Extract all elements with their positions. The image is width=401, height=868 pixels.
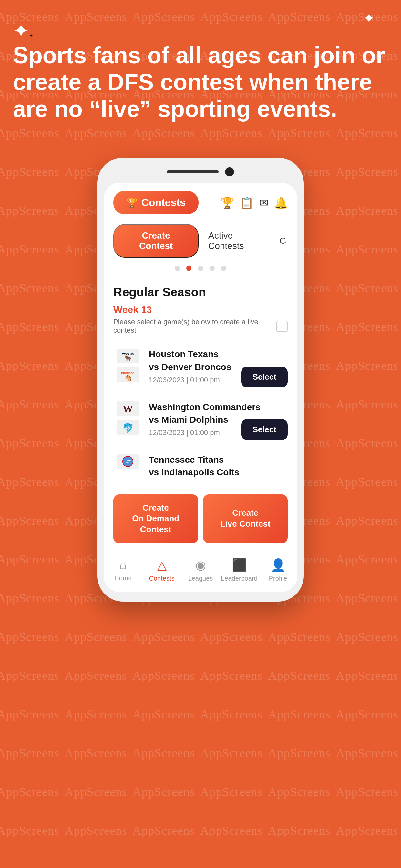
season-title: Regular Season [113,285,288,299]
dot-indicators [104,259,297,279]
demand-line2: On Demand Contest [132,514,179,534]
phone-screen: 🏆 Contests 🏆 📋 ✉ 🔔 Create Contest Active… [104,183,297,592]
dot-2[interactable] [186,266,191,271]
sparkle-icon: ✦ [13,20,33,42]
svg-text:TN: TN [126,462,129,464]
trophy-icon[interactable]: 🏆 [220,196,234,209]
app-header: 🏆 Contests 🏆 📋 ✉ 🔔 [104,183,297,219]
demand-line1: Create [143,503,169,513]
team-logos-2: W 🐬 [113,401,143,436]
bell-icon[interactable]: 🔔 [274,196,288,209]
svg-text:🐬: 🐬 [122,423,134,433]
commanders-logo: W [117,401,139,417]
more-tab[interactable]: C [278,230,288,252]
team-logos-1: TEXANS 🐂 BRONCOS 🐴 [113,348,143,383]
camera-dot [225,167,234,176]
game-card-1: TEXANS 🐂 BRONCOS 🐴 [113,341,288,394]
header-icons: 🏆 📋 ✉ 🔔 [220,196,288,209]
game-matchup-3: Tennessee Titans vs Indianapolis Colts [149,454,288,478]
dot-4[interactable] [210,266,215,271]
svg-text:BRONCOS: BRONCOS [121,372,135,375]
create-on-demand-button[interactable]: Create On Demand Contest [113,494,198,543]
live-line2: Live Contest [220,519,271,529]
dot-3[interactable] [198,266,203,271]
nav-profile[interactable]: 👤 Profile [258,555,297,585]
svg-text:🐴: 🐴 [124,374,132,381]
leaderboard-label: Leaderboard [221,575,257,582]
select-game-2-button[interactable]: Select [241,419,288,440]
phone-notch [104,167,297,176]
nav-contests[interactable]: △ Contests [143,555,181,585]
create-contest-tab[interactable]: Create Contest [113,224,198,258]
contests-header-button[interactable]: 🏆 Contests [113,191,198,214]
leaderboard-icon: ⬛ [232,558,247,572]
home-icon: ⌂ [120,558,127,572]
select-all-checkbox[interactable] [276,321,288,332]
contests-label: Contests [142,197,186,209]
week-label: Week 13 [113,304,288,315]
game-row-3: TITANS TN Tennessee Titans vs Indianapol… [113,454,288,481]
week-instruction: Please select a game(s) below to create … [113,318,288,335]
sparkle-icon-2: ✦ [363,10,375,27]
svg-text:W: W [123,403,133,414]
mail-icon[interactable]: ✉ [259,196,268,209]
game-card-3: TITANS TN Tennessee Titans vs Indianapol… [113,446,288,488]
svg-text:🐂: 🐂 [124,354,132,362]
profile-label: Profile [269,575,287,582]
hero-section: ✦ ✦ Sports fans of all ages can join or … [0,0,401,151]
profile-icon: 👤 [271,558,286,572]
game-row-1: TEXANS 🐂 BRONCOS 🐴 [113,348,288,387]
contests-nav-icon: △ [157,558,166,572]
nav-leaderboard[interactable]: ⬛ Leaderboard [220,555,258,585]
game-card-2: W 🐬 Washi [113,394,288,446]
contests-nav-label: Contests [149,575,175,582]
live-line1: Create [232,508,258,518]
phone-container: 🏆 Contests 🏆 📋 ✉ 🔔 Create Contest Active… [0,158,401,601]
contests-icon: 🏆 [126,197,137,208]
titans-logo: TITANS TN [117,454,139,469]
clipboard-icon[interactable]: 📋 [240,196,253,209]
instruction-text: Please select a game(s) below to create … [113,318,276,335]
active-contests-tab[interactable]: Active Contests [205,225,272,257]
create-live-contest-button[interactable]: Create Live Contest [203,494,288,543]
hero-title: Sports fans of all ages can join or crea… [13,42,388,122]
dolphins-logo: 🐬 [117,420,139,436]
leagues-icon: ◉ [195,558,206,572]
nav-leagues[interactable]: ◉ Leagues [181,555,220,585]
svg-point-11 [123,456,133,467]
team-logos-3: TITANS TN [113,454,143,469]
texans-logo: TEXANS 🐂 [117,348,139,364]
bottom-actions: Create On Demand Contest Create Live Con… [104,488,297,550]
notch-bar [167,170,219,173]
select-game-1-button[interactable]: Select [241,367,288,388]
game-info-3: Tennessee Titans vs Indianapolis Colts [149,454,288,481]
svg-text:TITANS: TITANS [124,459,131,461]
leagues-label: Leagues [188,575,213,582]
broncos-logo: BRONCOS 🐴 [117,367,139,383]
nav-home[interactable]: ⌂ Home [104,555,143,585]
game-row-2: W 🐬 Washi [113,401,288,440]
app-content: Regular Season Week 13 Please select a g… [104,279,297,488]
bottom-nav: ⌂ Home △ Contests ◉ Leagues ⬛ Leaderboar… [104,550,297,592]
home-label: Home [114,575,131,582]
dot-5[interactable] [221,266,226,271]
dot-1[interactable] [175,266,180,271]
phone-frame: 🏆 Contests 🏆 📋 ✉ 🔔 Create Contest Active… [97,158,304,601]
tabs-bar: Create Contest Active Contests C [104,219,297,259]
